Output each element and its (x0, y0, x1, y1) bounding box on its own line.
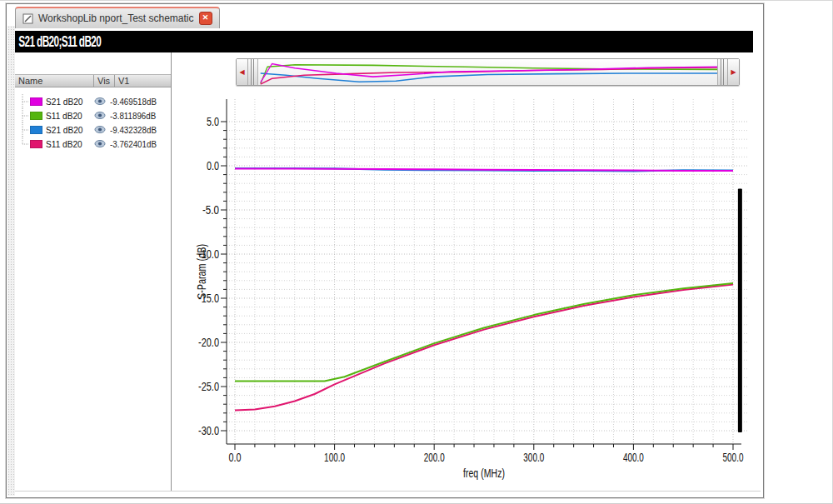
y-axis-title: S-Param (dB) (195, 244, 208, 299)
y-tick-label: -20.0 (198, 336, 219, 349)
tree-connector-icon (20, 94, 30, 108)
visibility-eye-icon[interactable] (94, 111, 107, 120)
series-s11-db20-2 (235, 285, 733, 411)
x-tick-label: 100.0 (324, 451, 345, 464)
tab-title: WorkshopLib nport_Test schematic (38, 12, 194, 24)
y-tick-label: -30.0 (198, 424, 219, 437)
trace-table-header: Name Vis V1 (15, 74, 171, 87)
legend-row[interactable]: S21 dB20-9.432328dB (15, 122, 171, 137)
trace-name: S11 dB20 (46, 139, 90, 149)
content-area: Name Vis V1 S21 dB20-9.469518dBS11 dB20-… (15, 52, 761, 492)
trace-color-swatch (30, 126, 42, 134)
tree-connector-icon (20, 137, 30, 151)
visibility-eye-icon[interactable] (94, 139, 107, 148)
trace-list: S21 dB20-9.469518dBS11 dB20-3.811896dBS2… (15, 94, 171, 151)
trace-color-swatch (30, 140, 42, 148)
trace-name: S21 dB20 (46, 125, 90, 135)
plot-titlebar: S21 dB20;S11 dB20 (15, 31, 753, 52)
tree-connector-icon (20, 122, 30, 137)
legend-row[interactable]: S21 dB20-9.469518dB (15, 94, 171, 108)
plot-canvas[interactable]: ◀ ▶ 5.00.0-5.0-10.0-15.0-20.0-25.0-30.00… (172, 52, 761, 491)
trace-v1-value: -9.432328dB (110, 125, 157, 135)
sparam-plot[interactable]: 5.00.0-5.0-10.0-15.0-20.0-25.0-30.00.010… (172, 52, 760, 486)
trace-name: S21 dB20 (46, 97, 90, 107)
vertical-marker-bar[interactable] (738, 189, 742, 433)
x-axis-title: freq (MHz) (463, 467, 505, 480)
trace-v1-value: -3.811896dB (110, 111, 156, 121)
trace-color-swatch (30, 112, 42, 120)
visibility-eye-icon[interactable] (94, 125, 107, 134)
column-header-vis[interactable]: Vis (94, 75, 115, 87)
x-tick-label: 400.0 (623, 451, 644, 464)
y-tick-label: -25.0 (198, 380, 219, 393)
trace-name: S11 dB20 (46, 111, 90, 121)
visibility-eye-icon[interactable] (94, 97, 107, 106)
trace-panel: Name Vis V1 S21 dB20-9.469518dBS11 dB20-… (15, 52, 172, 491)
column-header-v1[interactable]: V1 (115, 75, 171, 87)
grid-layer (227, 99, 748, 444)
y-tick-label: 0.0 (207, 159, 219, 172)
waveform-window: WorkshopLib nport_Test schematic ✕ S21 d… (6, 3, 764, 498)
column-header-name[interactable]: Name (15, 75, 94, 87)
tree-connector-icon (20, 108, 30, 122)
y-tick-label: 5.0 (207, 115, 219, 128)
plot-title: S21 dB20;S11 dB20 (15, 32, 101, 51)
y-tick-label: -5.0 (202, 203, 219, 217)
x-tick-label: 500.0 (723, 451, 744, 464)
x-tick-label: 300.0 (523, 451, 544, 464)
legend-row[interactable]: S11 dB20-3.762401dB (15, 137, 171, 151)
x-tick-label: 200.0 (424, 451, 445, 464)
legend-row[interactable]: S11 dB20-3.811896dB (15, 108, 171, 122)
window-left-grip (7, 26, 15, 496)
screenshot-root: WorkshopLib nport_Test schematic ✕ S21 d… (0, 0, 833, 504)
trace-color-swatch (30, 97, 42, 106)
tab-workshoplib-nport-test[interactable]: WorkshopLib nport_Test schematic ✕ (15, 7, 220, 28)
x-tick-label: 0.0 (229, 451, 242, 464)
schematic-icon (22, 13, 33, 24)
trace-v1-value: -9.469518dB (110, 97, 157, 107)
series-s21-db20-1 (235, 168, 733, 171)
tab-close-icon[interactable]: ✕ (199, 12, 212, 25)
trace-v1-value: -3.762401dB (110, 139, 157, 149)
tab-bar: WorkshopLib nport_Test schematic ✕ (15, 7, 220, 28)
